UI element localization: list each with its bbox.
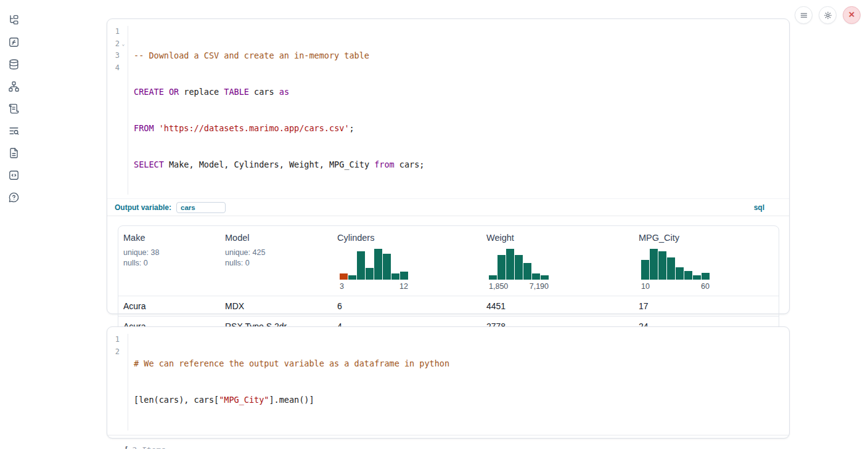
left-panel-sidebar xyxy=(0,0,27,449)
cylinders-histogram xyxy=(340,248,408,280)
menu-button[interactable] xyxy=(795,6,813,24)
line-number-gutter: 1 2 xyxy=(107,334,128,431)
histogram-bar xyxy=(400,272,408,280)
table-header-row: Make unique: 38 nulls: 0 Model unique: 4… xyxy=(118,226,779,296)
language-badge[interactable]: sql xyxy=(754,203,764,212)
collapse-chevron-icon[interactable]: ⌄ xyxy=(117,443,124,449)
dependency-graph-icon[interactable] xyxy=(0,75,27,97)
histogram-bar xyxy=(357,251,365,280)
close-icon: × xyxy=(849,9,855,20)
output-variable-input[interactable] xyxy=(176,202,226,213)
hist-tick-max: 12 xyxy=(399,282,408,291)
mpg-city-histogram xyxy=(641,248,710,280)
histogram-bar xyxy=(348,275,356,280)
output-variable-row: Output variable: sql xyxy=(107,198,789,216)
code-line: [len(cars), cars["MPG_City"].mean()] xyxy=(134,394,449,407)
histogram-bar xyxy=(340,273,348,280)
column-header-cylinders[interactable]: Cylinders 3 12 xyxy=(332,226,481,296)
file-tree-icon[interactable] xyxy=(0,9,27,31)
histogram-bar xyxy=(515,255,523,280)
database-icon[interactable] xyxy=(0,53,27,75)
list-output-tree: ⌄ [ 2 Items 0: 428 1: 20.060747663551403… xyxy=(107,435,789,449)
gear-icon xyxy=(824,11,832,20)
histogram-bar xyxy=(641,260,649,280)
histogram-bar xyxy=(658,251,666,280)
text-search-icon[interactable] xyxy=(0,119,27,142)
hist-tick-min: 1,850 xyxy=(489,282,508,291)
histogram-bar xyxy=(497,255,506,280)
histogram-bar xyxy=(489,275,497,280)
help-chat-icon[interactable] xyxy=(0,186,27,208)
line-number: 2 xyxy=(107,38,120,51)
snippets-code-icon[interactable] xyxy=(0,164,27,186)
histogram-bar xyxy=(667,257,675,280)
python-code: # We can reference the output variable a… xyxy=(128,334,449,431)
line-number: 1 xyxy=(107,26,120,38)
function-icon[interactable] xyxy=(0,31,27,53)
sql-cell: 1 2⌄ 3 4 -- Download a CSV and create an… xyxy=(107,18,790,314)
menu-icon xyxy=(800,11,808,20)
fold-chevron-icon[interactable]: ⌄ xyxy=(120,38,127,51)
items-count-label: 2 Items xyxy=(132,443,166,449)
tree-root-row: ⌄ [ 2 Items xyxy=(117,443,789,449)
code-line: SELECT Make, Model, Cylinders, Weight, M… xyxy=(134,159,424,171)
sql-code: -- Download a CSV and create an in-memor… xyxy=(128,26,424,195)
shutdown-button[interactable]: × xyxy=(843,6,861,24)
hist-tick-min: 10 xyxy=(641,282,650,291)
open-bracket: [ xyxy=(124,443,129,449)
sql-code-editor[interactable]: 1 2⌄ 3 4 -- Download a CSV and create an… xyxy=(107,19,789,195)
line-number: 2 xyxy=(107,346,120,358)
histogram-bar xyxy=(650,249,658,280)
histogram-bar xyxy=(702,273,710,280)
notebook-actions: × xyxy=(795,6,861,24)
histogram-bar xyxy=(383,254,391,280)
column-header-weight[interactable]: Weight 1,850 7,190 xyxy=(481,226,634,296)
code-line: FROM 'https://datasets.marimo.app/cars.c… xyxy=(134,123,424,135)
histogram-bar xyxy=(366,268,374,280)
histogram-bar xyxy=(532,273,540,280)
python-code-editor[interactable]: 1 2 # We can reference the output variab… xyxy=(107,327,789,431)
scroll-logs-icon[interactable] xyxy=(0,97,27,119)
hist-tick-max: 60 xyxy=(701,282,710,291)
hist-tick-min: 3 xyxy=(340,282,344,291)
output-variable-label: Output variable: xyxy=(115,203,171,212)
line-number: 1 xyxy=(107,334,120,346)
column-header-model[interactable]: Model unique: 425 nulls: 0 xyxy=(220,226,332,296)
code-line: # We can reference the output variable a… xyxy=(134,358,449,370)
line-number-gutter: 1 2⌄ 3 4 xyxy=(107,26,128,195)
histogram-bar xyxy=(676,267,684,280)
column-header-mpg-city[interactable]: MPG_City 10 60 xyxy=(634,226,779,296)
column-header-make[interactable]: Make unique: 38 nulls: 0 xyxy=(118,226,220,296)
histogram-bar xyxy=(541,275,549,280)
python-cell: 1 2 # We can reference the output variab… xyxy=(107,326,790,439)
histogram-bar xyxy=(506,249,514,280)
settings-button[interactable] xyxy=(819,6,837,24)
histogram-bar xyxy=(391,273,399,280)
line-number: 4 xyxy=(107,62,120,75)
histogram-bar xyxy=(374,249,382,280)
code-line: CREATE OR replace TABLE cars as xyxy=(134,86,424,99)
code-line: -- Download a CSV and create an in-memor… xyxy=(134,50,424,62)
line-number: 3 xyxy=(107,50,120,62)
histogram-bar xyxy=(684,271,692,280)
document-icon[interactable] xyxy=(0,142,27,164)
table-row: AcuraMDX6445117 xyxy=(118,296,779,316)
hist-tick-max: 7,190 xyxy=(530,282,549,291)
weight-histogram xyxy=(489,248,549,280)
histogram-bar xyxy=(693,275,701,280)
histogram-bar xyxy=(523,263,531,280)
